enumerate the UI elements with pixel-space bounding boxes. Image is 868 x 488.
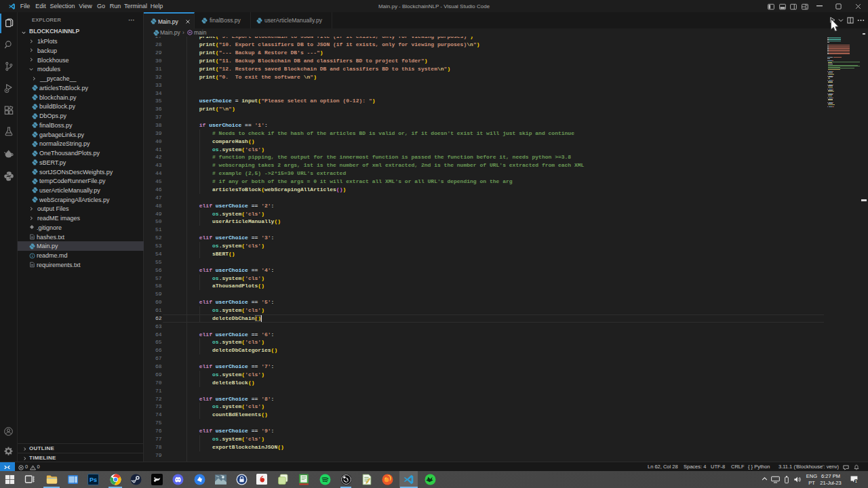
- svg-text:1: 1: [855, 479, 857, 483]
